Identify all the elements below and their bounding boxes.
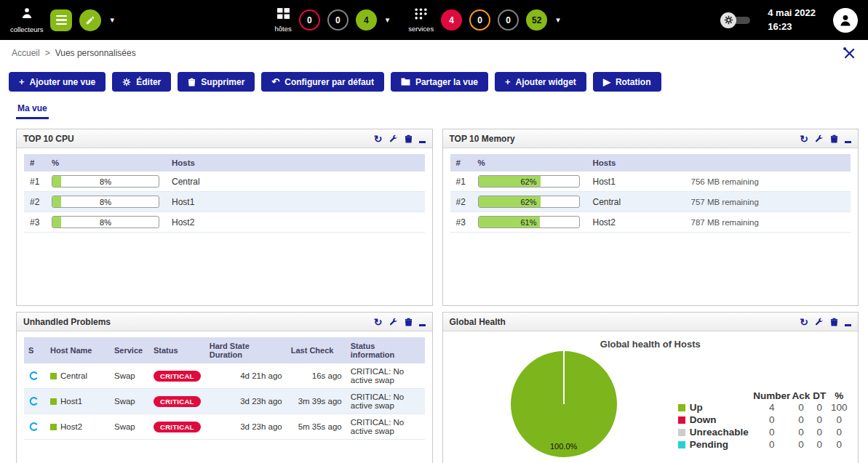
chevron-down-icon[interactable]: ▾ — [386, 15, 390, 25]
gear-icon — [720, 12, 736, 28]
date-text: 4 mai 2022 — [768, 7, 816, 20]
poller-config-icon[interactable] — [79, 9, 101, 31]
legend-ack: 0 — [791, 438, 811, 451]
refresh-icon[interactable]: ↻ — [374, 317, 383, 327]
services-unknown-badge[interactable]: 0 — [498, 9, 519, 31]
button-label: Éditer — [136, 77, 161, 87]
chevron-down-icon[interactable]: ▾ — [110, 15, 114, 25]
legend-number: 0 — [752, 438, 791, 451]
refresh-icon[interactable]: ↻ — [374, 134, 383, 144]
hosts-menu[interactable]: hôtes — [275, 7, 292, 33]
table-header-row: # % Hosts — [450, 154, 851, 172]
legend-label-cell: Down — [677, 414, 752, 426]
legend-swatch — [678, 404, 685, 411]
last-check-cell: 5m 35s ago — [287, 414, 346, 440]
button-label: Configurer par défaut — [284, 77, 374, 87]
legend-swatch — [678, 416, 685, 424]
widget-title: Unhandled Problems — [23, 317, 111, 327]
table-row: #2 62% Central 757 MB remaining — [450, 192, 851, 212]
button-label: Ajouter widget — [516, 77, 576, 87]
breadcrumb-separator: > — [45, 48, 50, 58]
poller-list-icon[interactable] — [50, 9, 72, 31]
services-critical-badge[interactable]: 4 — [441, 9, 462, 31]
legend-dt: 0 — [811, 426, 828, 438]
trash-icon[interactable] — [830, 318, 838, 326]
pie-chart: 100.0% — [511, 351, 617, 457]
memory-table: # % Hosts #1 62% — [450, 154, 851, 233]
table-header-row: S Host Name Service Status Hard State Du… — [24, 337, 425, 363]
service-cell[interactable]: Swap — [110, 414, 149, 440]
wrench-icon[interactable] — [815, 318, 824, 326]
hosts-up-badge[interactable]: 4 — [356, 9, 377, 31]
hosts-unreachable-badge[interactable]: 0 — [327, 9, 349, 31]
plus-icon: + — [505, 77, 511, 86]
minimize-icon[interactable] — [845, 324, 851, 326]
service-cell[interactable]: Swap — [110, 389, 149, 414]
legend-pct: 0 — [828, 438, 851, 451]
minimize-icon[interactable] — [845, 141, 851, 143]
column-header: Hard State Duration — [205, 337, 287, 363]
legend-header: DT — [811, 390, 828, 401]
services-ok-badge[interactable]: 52 — [526, 9, 547, 31]
host-cell: Central — [166, 172, 425, 192]
view-tabs: Ma vue — [0, 98, 868, 119]
host-cell[interactable]: Host1 — [46, 389, 110, 414]
legend-label-cell: Unreachable — [677, 426, 752, 438]
wrench-icon[interactable] — [389, 318, 398, 326]
info-cell: CRITICAL: No active swap — [346, 389, 425, 414]
topbar-right: 4 mai 2022 16:23 — [720, 7, 858, 33]
legend-dt: 0 — [811, 401, 828, 414]
bar-cell: 62% — [472, 172, 587, 192]
breadcrumb-home[interactable]: Accueil — [12, 48, 40, 58]
rotation-button[interactable]: ▶ Rotation — [593, 72, 661, 92]
status-badge: CRITICAL — [154, 371, 201, 382]
user-avatar[interactable] — [833, 8, 858, 33]
pollers-menu[interactable]: collecteurs — [10, 7, 43, 33]
remaining-cell: 787 MB remaining — [685, 212, 851, 233]
legend-header: % — [828, 390, 851, 401]
service-cell[interactable]: Swap — [110, 363, 149, 389]
add-view-button[interactable]: + Ajouter une vue — [9, 72, 105, 92]
play-icon: ▶ — [603, 77, 610, 86]
refresh-icon[interactable]: ↻ — [800, 317, 808, 327]
refresh-icon[interactable]: ↻ — [800, 134, 808, 144]
services-menu[interactable]: services — [408, 7, 434, 33]
host-cell[interactable]: Central — [46, 363, 110, 389]
trash-icon[interactable] — [405, 134, 413, 143]
share-view-button[interactable]: Partager la vue — [391, 72, 488, 92]
trash-icon[interactable] — [830, 134, 838, 143]
minimize-icon[interactable] — [419, 141, 426, 143]
services-warning-badge[interactable]: 0 — [469, 9, 490, 31]
centreon-logo-icon — [28, 396, 39, 406]
host-cell[interactable]: Host2 — [46, 414, 110, 440]
legend-header-row: Number Ack DT % — [677, 390, 851, 401]
widget-panel-memory: TOP 10 Memory ↻ # % Hosts — [442, 129, 859, 306]
widget-actions: ↻ — [800, 317, 851, 327]
pie-slice-divider — [563, 351, 565, 404]
tools-icon[interactable] — [843, 47, 856, 60]
table-row: Host1 Swap CRITICAL 3d 23h ago 3m 39s ag… — [24, 389, 425, 414]
column-header: Hosts — [166, 154, 425, 172]
widget-header: Unhandled Problems ↻ — [17, 313, 432, 331]
add-widget-button[interactable]: + Ajouter widget — [495, 72, 586, 92]
host-cell: Host1 — [166, 192, 425, 212]
edit-view-button[interactable]: Éditer — [112, 72, 171, 92]
legend-swatch — [678, 429, 685, 436]
minimize-icon[interactable] — [419, 324, 426, 326]
wrench-icon[interactable] — [815, 134, 824, 143]
column-header: # — [450, 154, 472, 172]
last-check-cell: 3m 39s ago — [287, 389, 346, 414]
legend-label-cell: Up — [677, 401, 752, 414]
wrench-icon[interactable] — [389, 134, 398, 143]
set-default-button[interactable]: ↶ Configurer par défaut — [261, 72, 384, 92]
tab-ma-vue[interactable]: Ma vue — [16, 99, 49, 119]
chevron-down-icon[interactable]: ▾ — [556, 15, 560, 25]
hosts-down-badge[interactable]: 0 — [299, 9, 320, 31]
trash-icon[interactable] — [405, 318, 413, 326]
progress-label: 8% — [52, 176, 159, 188]
delete-view-button[interactable]: Supprimer — [178, 72, 255, 92]
button-label: Partager la vue — [415, 77, 478, 87]
widget-title: TOP 10 CPU — [23, 134, 74, 144]
theme-toggle[interactable] — [720, 12, 750, 28]
column-header: % — [472, 154, 587, 172]
